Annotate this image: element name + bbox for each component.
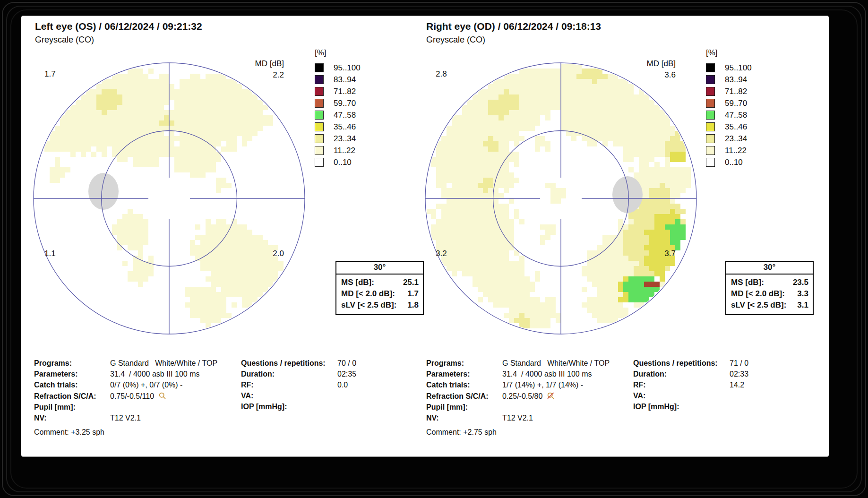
right-eye-title: Right eye (OD) / 06/12/2024 / 09:18:13 [426,21,601,32]
stat-label: MD [< 2.0 dB]: [341,288,395,300]
magnifier-icon [158,392,167,400]
legend-range-label: 71..82 [334,87,356,96]
right-eye-subtitle: Greyscale (CO) [426,35,485,45]
stat-label: MD [< 2.0 dB]: [731,288,785,300]
param-row-parameters: Parameters:31.4 / 4000 asb III 100 ms [426,369,610,379]
left-eye-comment: Comment: +3.25 sph [34,428,104,437]
stats-header: 30° [336,262,423,275]
stat-label: sLV [< 2.5 dB]: [731,300,786,311]
md-quadrant-bottom-left: 1.1 [44,249,56,258]
legend-swatch [315,111,324,120]
report-background: Left eye (OS) / 06/12/2024 / 09:21:32 Gr… [0,0,868,498]
legend-row: 71..82 [315,86,395,97]
legend-row: 23..34 [706,133,786,145]
stat-value: 3.1 [797,300,808,311]
legend-swatch [315,122,324,131]
right-eye-stats-box: 30° MS [dB]:23.5 MD [< 2.0 dB]:3.3 sLV [… [725,261,814,315]
legend-row: 95..100 [315,62,395,74]
legend-swatch [706,134,715,143]
legend-swatch [706,111,715,120]
legend-swatch [706,146,715,155]
legend-range-label: 35..46 [725,122,747,132]
param-row-duration: Duration:02:35 [241,369,356,379]
legend-swatch [315,63,324,72]
param-row-catch-trials: Catch trials:0/7 (0%) +, 0/7 (0%) - [34,379,217,390]
stat-label: MS [dB]: [341,277,374,288]
legend-row: 47..58 [706,109,786,121]
param-row-va: VA: [241,390,356,401]
md-quadrant-top-left: 1.7 [44,69,56,79]
legend-title: [%] [315,48,395,58]
greyscale-legend-right: [%] 95..10083..9471..8259..7047..5835..4… [706,48,786,168]
param-row-iop: IOP [mmHg]: [633,401,748,412]
legend-range-label: 11..22 [334,146,355,155]
legend-row: 47..58 [315,109,395,121]
legend-row: 0..10 [706,156,786,168]
legend-row: 23..34 [315,133,395,145]
legend-range-label: 11..22 [725,146,747,155]
stat-row-slv: sLV [< 2.5 dB]:1.8 [341,300,419,311]
legend-range-label: 59..70 [725,99,747,108]
legend-range-label: 95..100 [725,63,752,73]
visual-field-map-right [421,58,701,339]
param-row-nv: NV:T12 V2.1 [34,412,217,423]
stat-row-ms: MS [dB]:23.5 [731,277,808,288]
md-axis-label: MD [dB] [624,59,676,69]
param-row-rf: RF:14.2 [633,379,748,390]
legend-row: 35..46 [706,121,786,133]
param-row-nv: NV:T12 V2.1 [426,412,610,423]
legend-range-label: 23..34 [334,134,356,144]
stat-value: 25.1 [403,277,419,288]
stat-row-ms: MS [dB]:25.1 [341,277,419,288]
stat-row-md: MD [< 2.0 dB]:1.7 [341,288,419,300]
legend-range-label: 0..10 [334,158,352,167]
param-row-refraction: Refraction S/C/A:0.25/-0.5/80 [426,390,610,402]
param-row-duration: Duration:02:33 [633,369,748,379]
visual-field-map-left [29,58,309,339]
legend-range-label: 23..34 [725,134,747,144]
stat-value: 3.3 [797,288,808,300]
left-eye-subtitle: Greyscale (CO) [35,35,94,45]
greyscale-legend-left: [%] 95..10083..9471..8259..7047..5835..4… [315,48,395,168]
stat-label: MS [dB]: [731,277,764,288]
legend-range-label: 83..94 [334,75,356,85]
param-row-refraction: Refraction S/C/A:0.75/-0.5/110 [34,390,217,402]
legend-range-label: 83..94 [725,75,747,85]
legend-row: 59..70 [706,97,786,109]
md-quadrant-bottom-left: 3.2 [436,249,447,258]
legend-range-label: 47..58 [334,111,356,120]
stat-value: 23.5 [793,277,808,288]
legend-swatch [315,146,324,155]
param-row-programs: Programs:G Standard White/White / TOP [426,358,610,369]
left-eye-stats-box: 30° MS [dB]:25.1 MD [< 2.0 dB]:1.7 sLV [… [335,261,424,315]
legend-swatch [706,87,715,96]
md-quadrant-bottom-right: 2.0 [232,249,284,258]
legend-range-label: 0..10 [725,158,743,167]
param-row-va: VA: [633,390,748,401]
param-row-questions: Questions / repetitions:70 / 0 [241,358,356,369]
stat-row-md: MD [< 2.0 dB]:3.3 [731,288,808,300]
legend-swatch [315,87,324,96]
legend-range-label: 47..58 [725,111,747,120]
md-quadrant-top-right: 3.6 [624,70,676,80]
stat-label: sLV [< 2.5 dB]: [341,300,396,311]
md-quadrant-top-right: 2.2 [232,70,284,80]
legend-swatch [706,99,715,108]
param-row-parameters: Parameters:31.4 / 4000 asb III 100 ms [34,369,217,379]
legend-row: 83..94 [706,74,786,86]
legend-rows: 95..10083..9471..8259..7047..5835..4623.… [315,62,395,168]
left-eye-params-table: Programs:G Standard White/White / TOP Pa… [34,358,217,423]
legend-swatch [315,75,324,84]
param-row-programs: Programs:G Standard White/White / TOP [34,358,217,369]
legend-row: 59..70 [315,97,395,109]
legend-row: 95..100 [706,62,786,74]
legend-row: 71..82 [706,86,786,97]
legend-swatch [315,99,324,108]
param-row-catch-trials: Catch trials:1/7 (14%) +, 1/7 (14%) - [426,379,610,390]
stat-value: 1.7 [407,288,419,300]
stat-row-slv: sLV [< 2.5 dB]:3.1 [731,300,808,311]
left-eye-params-table-2: Questions / repetitions:70 / 0 Duration:… [241,358,356,412]
legend-row: 0..10 [315,156,395,168]
left-eye-title: Left eye (OS) / 06/12/2024 / 09:21:32 [35,21,202,32]
legend-swatch [706,158,715,167]
